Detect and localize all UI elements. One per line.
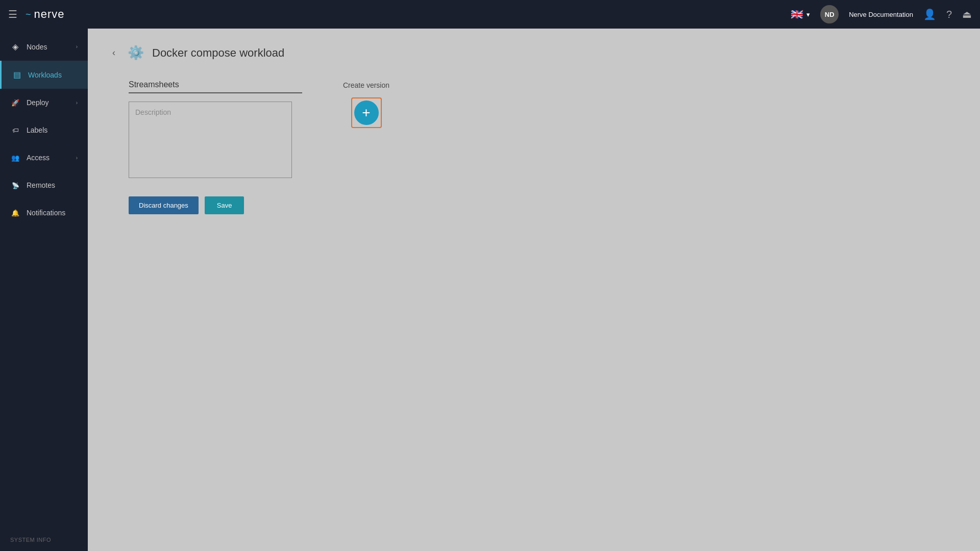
workload-form: Discard changes Save Create version + — [129, 77, 960, 214]
sidebar-item-nodes-label: Nodes — [27, 43, 47, 51]
discard-changes-button[interactable]: Discard changes — [129, 196, 199, 214]
labels-icon — [10, 126, 20, 135]
content-area: ‹ ⚙️ Docker compose workload Discard cha… — [88, 29, 980, 551]
navbar-left: ☰ ~ nerve — [8, 8, 65, 21]
logo-text: nerve — [34, 8, 65, 21]
navbar-right: 🇬🇧 ▾ ND Nerve Documentation 👤 ? ⏏ — [791, 5, 972, 23]
sidebar-item-access-label: Access — [27, 154, 50, 162]
logout-button[interactable]: ⏏ — [962, 8, 972, 20]
notifications-icon — [10, 208, 20, 217]
navbar: ☰ ~ nerve 🇬🇧 ▾ ND Nerve Documentation 👤 … — [0, 0, 980, 29]
workload-type-icon: ⚙️ — [128, 45, 144, 61]
user-avatar[interactable]: ND — [820, 5, 839, 23]
sidebar-item-remotes-label: Remotes — [27, 181, 55, 189]
page-title: Docker compose workload — [152, 46, 284, 60]
chevron-right-icon: › — [76, 44, 78, 49]
save-button[interactable]: Save — [205, 196, 244, 214]
form-fields: Discard changes Save — [129, 77, 302, 214]
flag-arrow: ▾ — [806, 11, 810, 18]
workload-name-input[interactable] — [129, 77, 302, 93]
language-selector[interactable]: 🇬🇧 ▾ — [791, 8, 810, 20]
main-layout: Nodes › Workloads Deploy › Labels Access… — [0, 29, 980, 551]
sidebar-item-deploy[interactable]: Deploy › — [0, 89, 88, 116]
create-version-label: Create version — [343, 81, 389, 89]
sidebar-item-access[interactable]: Access › — [0, 144, 88, 171]
description-textarea[interactable] — [129, 102, 292, 178]
sidebar-item-notifications-label: Notifications — [27, 209, 65, 217]
sidebar: Nodes › Workloads Deploy › Labels Access… — [0, 29, 88, 551]
sidebar-item-workloads[interactable]: Workloads — [0, 61, 88, 89]
create-version-button[interactable]: + — [354, 101, 379, 125]
flag-icon: 🇬🇧 — [791, 8, 803, 20]
create-version-section: Create version + — [343, 77, 389, 128]
sidebar-item-nodes[interactable]: Nodes › — [0, 33, 88, 61]
profile-button[interactable]: 👤 — [923, 8, 936, 20]
create-version-btn-highlight: + — [351, 97, 382, 128]
access-icon — [10, 153, 20, 162]
sidebar-item-labels[interactable]: Labels — [0, 116, 88, 144]
chevron-right-icon: › — [76, 155, 78, 161]
sidebar-item-workloads-label: Workloads — [28, 71, 62, 79]
sidebar-item-labels-label: Labels — [27, 126, 47, 134]
workloads-icon — [12, 70, 22, 80]
sidebar-item-notifications[interactable]: Notifications — [0, 199, 88, 227]
sidebar-item-remotes[interactable]: Remotes — [0, 171, 88, 199]
app-logo: ~ nerve — [26, 8, 65, 21]
nerve-docs-link[interactable]: Nerve Documentation — [849, 11, 913, 18]
sidebar-item-deploy-label: Deploy — [27, 98, 49, 107]
remotes-icon — [10, 181, 20, 190]
system-info-button[interactable]: SYSTEM INFO — [0, 529, 88, 551]
back-button[interactable]: ‹ — [108, 45, 119, 60]
nodes-icon — [10, 42, 20, 52]
help-button[interactable]: ? — [946, 9, 952, 20]
form-actions: Discard changes Save — [129, 196, 302, 214]
logo-icon: ~ — [26, 9, 31, 20]
page-header: ‹ ⚙️ Docker compose workload — [108, 45, 960, 61]
chevron-right-icon: › — [76, 100, 78, 106]
deploy-icon — [10, 98, 20, 107]
hamburger-menu-icon[interactable]: ☰ — [8, 8, 17, 20]
